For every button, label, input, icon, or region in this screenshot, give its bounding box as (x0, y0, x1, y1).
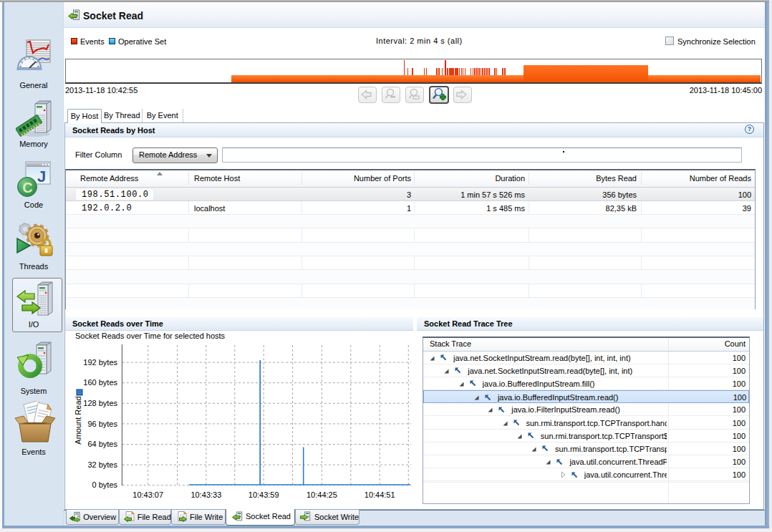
svg-text:128 bytes: 128 bytes (83, 399, 117, 407)
svg-text:10:43:59: 10:43:59 (249, 490, 279, 499)
svg-text:160 bytes: 160 bytes (83, 378, 117, 387)
svg-text:10:44:25: 10:44:25 (307, 490, 337, 499)
svg-text:Amount Read: Amount Read (74, 396, 82, 444)
svg-text:J: J (37, 168, 46, 185)
svg-text:64 bytes: 64 bytes (87, 440, 117, 448)
svg-text:96 bytes: 96 bytes (87, 420, 117, 428)
svg-text:C: C (22, 180, 32, 195)
svg-text:0 bytes: 0 bytes (92, 480, 118, 489)
svg-text:10:43:33: 10:43:33 (190, 490, 221, 499)
svg-text:32 bytes: 32 bytes (87, 460, 117, 469)
svg-text:10:43:07: 10:43:07 (132, 490, 163, 499)
svg-text:192 bytes: 192 bytes (83, 358, 117, 367)
svg-text:10:44:51: 10:44:51 (365, 490, 395, 499)
